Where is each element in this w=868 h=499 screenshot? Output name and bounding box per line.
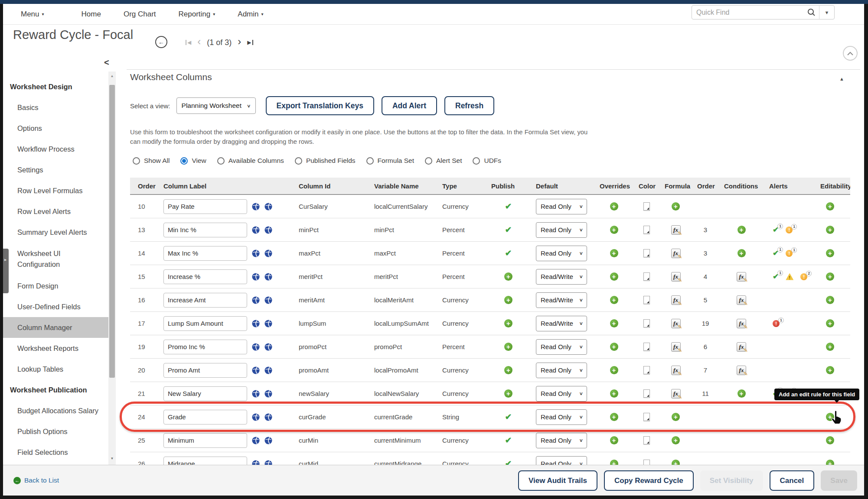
- column-label-input[interactable]: [163, 199, 247, 214]
- color-picker-icon[interactable]: [643, 389, 650, 398]
- add-icon[interactable]: +: [610, 226, 618, 234]
- translate-globe-icon[interactable]: [252, 437, 260, 444]
- column-label-input[interactable]: [163, 386, 247, 401]
- translate-globe-icon[interactable]: [252, 203, 260, 211]
- default-select[interactable]: Read Only∨: [536, 386, 587, 402]
- add-icon[interactable]: +: [826, 436, 834, 444]
- scroll-to-top-button[interactable]: [843, 46, 858, 61]
- column-label-input[interactable]: [163, 269, 247, 284]
- color-picker-icon[interactable]: [643, 202, 650, 211]
- sidebar-scrollbar[interactable]: ▲: [108, 71, 116, 465]
- radio-alert-set[interactable]: Alert Set: [425, 157, 462, 165]
- column-label-input[interactable]: [163, 433, 247, 448]
- color-picker-icon[interactable]: [643, 366, 650, 374]
- sidebar-item-worksheet-ui-configuration[interactable]: Worksheet UI Configuration: [3, 243, 108, 275]
- add-icon[interactable]: +: [737, 389, 746, 398]
- sidebar-item-lookup-tables[interactable]: Lookup Tables: [3, 359, 108, 379]
- default-select[interactable]: Read/Write∨: [536, 292, 587, 308]
- add-icon[interactable]: +: [826, 249, 834, 257]
- column-label-input[interactable]: [163, 316, 247, 331]
- formula-icon[interactable]: fx✎: [671, 389, 681, 399]
- search-icon[interactable]: [803, 8, 819, 16]
- add-icon[interactable]: +: [610, 272, 618, 281]
- add-icon[interactable]: +: [504, 296, 512, 304]
- default-select[interactable]: Read Only∨: [536, 222, 587, 238]
- nav-item-reporting[interactable]: Reporting▾: [179, 10, 215, 19]
- translate-globe-icon[interactable]: [264, 250, 272, 257]
- add-icon[interactable]: +: [672, 460, 680, 465]
- add-icon[interactable]: +: [826, 319, 834, 327]
- add-alert-button[interactable]: Add Alert: [382, 96, 437, 115]
- add-icon[interactable]: +: [826, 272, 834, 281]
- back-arrow-icon[interactable]: ←: [155, 36, 167, 48]
- add-icon[interactable]: +: [610, 249, 618, 257]
- add-icon[interactable]: +: [610, 202, 618, 211]
- scroll-up-icon[interactable]: ▲: [108, 71, 116, 80]
- add-icon[interactable]: +: [610, 436, 618, 444]
- translate-globe-icon[interactable]: [252, 250, 260, 257]
- sidebar-item-options[interactable]: Options: [3, 118, 108, 139]
- add-icon[interactable]: +: [610, 343, 618, 351]
- color-picker-icon[interactable]: [643, 460, 650, 465]
- translate-globe-icon[interactable]: [252, 273, 260, 281]
- formula-icon[interactable]: fx✎: [737, 319, 746, 328]
- add-icon[interactable]: +: [504, 389, 512, 398]
- column-label-input[interactable]: [163, 293, 247, 308]
- translate-globe-icon[interactable]: [252, 413, 260, 421]
- view-audit-trails-button[interactable]: View Audit Trails: [518, 470, 597, 491]
- radio-unselected-icon[interactable]: [473, 157, 480, 165]
- radio-unselected-icon[interactable]: [295, 157, 302, 165]
- column-label-input[interactable]: [163, 246, 247, 261]
- translate-globe-icon[interactable]: [264, 413, 272, 421]
- formula-icon[interactable]: fx✎: [737, 342, 746, 352]
- formula-icon[interactable]: fx✎: [671, 272, 681, 282]
- translate-globe-icon[interactable]: [264, 460, 272, 465]
- translate-globe-icon[interactable]: [264, 390, 272, 398]
- sidebar-item-basics[interactable]: Basics: [3, 97, 108, 118]
- translate-globe-icon[interactable]: [252, 343, 260, 351]
- quick-find-input[interactable]: [692, 9, 803, 16]
- first-record-icon[interactable]: ◀: [186, 40, 191, 45]
- default-select[interactable]: Read Only∨: [536, 363, 587, 378]
- radio-unselected-icon[interactable]: [425, 157, 432, 165]
- sidebar-item-publish-options[interactable]: Publish Options: [3, 421, 108, 442]
- add-icon[interactable]: +: [672, 436, 680, 444]
- formula-icon[interactable]: fx✎: [737, 272, 746, 282]
- last-record-icon[interactable]: ▶: [247, 40, 253, 45]
- radio-unselected-icon[interactable]: [217, 157, 225, 165]
- add-icon[interactable]: +: [826, 296, 834, 304]
- export-translation-keys-button[interactable]: Export Translation Keys: [266, 96, 374, 115]
- column-label-input[interactable]: [163, 457, 247, 465]
- add-icon[interactable]: +: [737, 226, 746, 234]
- translate-globe-icon[interactable]: [264, 273, 272, 281]
- add-icon[interactable]: +: [610, 389, 618, 398]
- translate-globe-icon[interactable]: [252, 320, 260, 327]
- add-icon[interactable]: +: [610, 413, 618, 421]
- add-icon[interactable]: +: [504, 319, 512, 327]
- sidebar-item-column-manager[interactable]: Column Manager: [3, 317, 108, 338]
- color-picker-icon[interactable]: [643, 413, 650, 421]
- radio-published-fields[interactable]: Published Fields: [295, 157, 356, 165]
- add-icon[interactable]: +: [610, 366, 618, 374]
- copy-reward-cycle-button[interactable]: Copy Reward Cycle: [604, 470, 694, 491]
- translate-globe-icon[interactable]: [252, 460, 260, 465]
- color-picker-icon[interactable]: [643, 249, 650, 257]
- default-select[interactable]: Read Only∨: [536, 246, 587, 261]
- radio-view[interactable]: View: [180, 157, 206, 165]
- default-select[interactable]: Read Only∨: [536, 409, 587, 425]
- add-icon[interactable]: +: [826, 226, 834, 234]
- color-picker-icon[interactable]: [643, 319, 650, 327]
- sidebar-item-row-level-formulas[interactable]: Row Level Formulas: [3, 180, 108, 201]
- default-select[interactable]: Read Only∨: [536, 339, 587, 355]
- nav-item-menu[interactable]: Menu▾: [21, 10, 44, 19]
- radio-show-all[interactable]: Show All: [133, 157, 170, 165]
- sidebar-item-user-defined-fields[interactable]: User-Defined Fields: [3, 296, 108, 317]
- next-record-icon[interactable]: ›: [238, 36, 241, 49]
- formula-icon[interactable]: fx✎: [671, 295, 681, 305]
- cancel-button[interactable]: Cancel: [770, 470, 815, 491]
- radio-formula-set[interactable]: Formula Set: [366, 157, 414, 165]
- translate-globe-icon[interactable]: [264, 203, 272, 211]
- add-icon[interactable]: +: [504, 343, 512, 351]
- radio-unselected-icon[interactable]: [366, 157, 374, 165]
- sidebar-item-row-level-alerts[interactable]: Row Level Alerts: [3, 201, 108, 222]
